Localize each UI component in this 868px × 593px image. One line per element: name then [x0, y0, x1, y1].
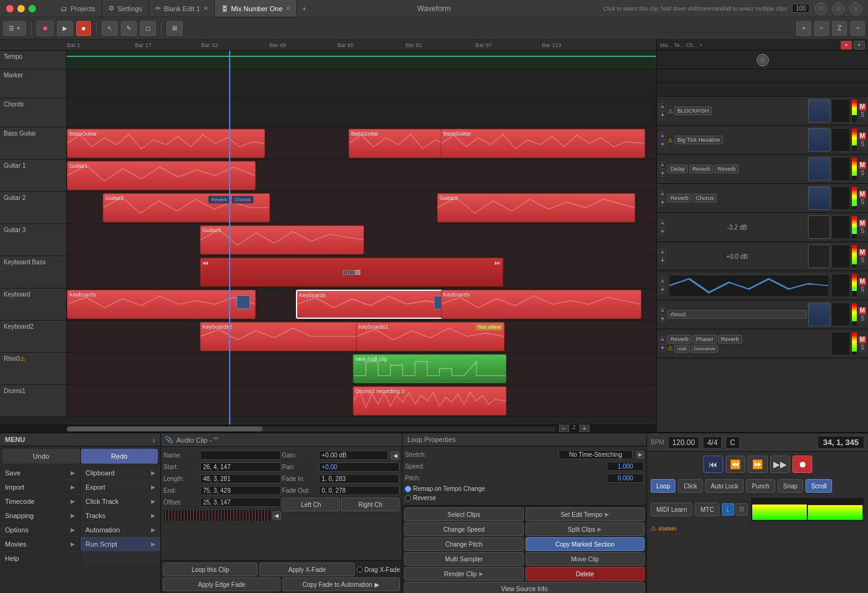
- plugin-reverb[interactable]: Reverb: [667, 335, 692, 344]
- fast-forward-button[interactable]: ⏩: [748, 456, 768, 473]
- scroll-option-button[interactable]: Scroll: [805, 479, 832, 493]
- clip-guitar2-1[interactable]: Guitar2 Reverb Chorus: [103, 193, 270, 222]
- sub-item-export[interactable]: Export ▶: [80, 480, 160, 495]
- solo-button[interactable]: S: [859, 111, 866, 119]
- sub-item-click-track[interactable]: Click Track ▶: [80, 495, 160, 509]
- reverse-radio[interactable]: [405, 495, 411, 501]
- menu-item-timecode[interactable]: Timecode ▶: [0, 495, 80, 509]
- tab-mix-number-one[interactable]: 🎛 Mix Number One ✕: [215, 0, 297, 17]
- clip-keyboard-3[interactable]: Keyboards: [441, 290, 641, 319]
- track-content-guitar1[interactable]: Guitar1: [67, 160, 656, 191]
- grid-button[interactable]: Z: [832, 21, 847, 36]
- clip-keyboard2-2[interactable]: Keyboards2 Tick offline: [356, 322, 505, 351]
- arm-button[interactable]: A: [659, 336, 666, 344]
- length-value[interactable]: 48, 3, 281: [200, 474, 281, 483]
- tracks-container[interactable]: Tempo Marker Chords: [0, 51, 656, 425]
- change-pitch-button[interactable]: Change Pitch: [404, 537, 524, 551]
- mute-button[interactable]: M: [859, 307, 866, 314]
- mute-button[interactable]: M: [859, 132, 866, 140]
- pan-value[interactable]: +0.00: [319, 462, 400, 472]
- zoom-in-button[interactable]: +: [796, 21, 811, 36]
- drag-xfade-radio[interactable]: [357, 566, 363, 573]
- tab-projects[interactable]: 🗂 Projects: [54, 0, 102, 17]
- tab-settings[interactable]: ⚙ Settings: [102, 0, 149, 17]
- plugin-reverb1[interactable]: Reverb: [689, 165, 713, 173]
- copy-marked-section-button[interactable]: Copy Marked Section: [526, 537, 645, 551]
- timeline-ruler[interactable]: Bar 1 Bar 17 Bar 33 Bar 49 Bar 65 Bar 81…: [0, 40, 656, 51]
- sub-item-run-script[interactable]: Run Script ▶: [80, 537, 160, 552]
- arm-button[interactable]: A: [659, 249, 666, 256]
- remap-radio[interactable]: [405, 486, 411, 492]
- track-content-drums1[interactable]: Drums1 recording 3: [67, 385, 656, 417]
- arm-button[interactable]: A: [659, 103, 666, 111]
- add-fx-button[interactable]: +: [659, 199, 666, 206]
- snap-button[interactable]: ⊞: [167, 21, 183, 36]
- scrollbar-track[interactable]: [67, 426, 556, 431]
- change-speed-button[interactable]: Change Speed: [404, 522, 524, 536]
- rewind-to-start-button[interactable]: ⏮: [703, 456, 723, 473]
- track-content-keyboard2[interactable]: Keyboards2 Keyboards2 Tick offline: [67, 321, 656, 352]
- track-content-chords[interactable]: [67, 98, 656, 127]
- track-content-bass-guitar[interactable]: BassGuitar BassGuitar BassGuitar: [67, 128, 656, 159]
- add-fx-button[interactable]: +: [659, 257, 666, 264]
- clip-drums1-1[interactable]: Drums1 recording 3: [353, 386, 506, 415]
- arm-button[interactable]: A: [659, 132, 666, 140]
- clip-keyboard-bass-1[interactable]: ⏮ ⏭: [200, 258, 503, 287]
- add-track-button[interactable]: ☰ +: [3, 21, 26, 36]
- tool-pencil[interactable]: ✎: [121, 21, 137, 36]
- minimize-button[interactable]: [17, 5, 25, 12]
- zoom-out-button[interactable]: −: [814, 21, 829, 36]
- solo-button[interactable]: S: [859, 257, 866, 264]
- r-meter-button[interactable]: R: [736, 503, 748, 516]
- fader[interactable]: [831, 186, 850, 210]
- menu-item-save[interactable]: Save ▶: [0, 466, 80, 480]
- midi-learn-button[interactable]: MIDI Learn: [651, 503, 692, 516]
- track-content-tempo[interactable]: [67, 51, 656, 69]
- empty-track-area[interactable]: [0, 417, 656, 425]
- wave-button[interactable]: ~: [850, 21, 865, 36]
- undo-button[interactable]: Undo: [2, 449, 80, 464]
- split-clips-button[interactable]: Split Clips ▶: [526, 522, 645, 536]
- plugin-chorus[interactable]: Chorus: [693, 194, 717, 202]
- name-input[interactable]: [200, 451, 281, 460]
- delete-button[interactable]: Delete: [526, 567, 645, 581]
- record-button[interactable]: ⏺: [37, 21, 54, 36]
- plugin-reverb[interactable]: Reverb: [667, 194, 692, 202]
- clip-rhin0-1[interactable]: new midi clip: [353, 354, 506, 383]
- menu-item-movies[interactable]: Movies ▶: [0, 537, 80, 552]
- clip-keyboard2-1[interactable]: Keyboards2: [200, 322, 358, 351]
- set-edit-tempo-button[interactable]: Set Edit Tempo ▶: [526, 508, 645, 521]
- solo-button[interactable]: S: [859, 315, 866, 322]
- speed-value[interactable]: 1.000: [607, 462, 644, 471]
- mute-button[interactable]: M: [859, 336, 866, 344]
- clip-guitar1-1[interactable]: Guitar1: [67, 161, 256, 190]
- track-content-rhin0[interactable]: new midi clip: [67, 353, 656, 384]
- mute-button[interactable]: M: [859, 162, 866, 169]
- add-fx-button[interactable]: +: [659, 111, 666, 119]
- play-transport-button[interactable]: ▶▶: [770, 456, 790, 473]
- bpm-display[interactable]: 120.00: [668, 436, 700, 449]
- plugin-bth[interactable]: Big Tick Hexaline: [674, 136, 723, 144]
- left-ch-button[interactable]: Left Ch: [282, 498, 341, 511]
- add-fx-button[interactable]: +: [659, 170, 666, 177]
- clip-bass-guitar-3[interactable]: BassGuitar: [441, 129, 645, 158]
- scrollbar-thumb[interactable]: [67, 426, 263, 431]
- record-transport-button[interactable]: ⏺: [792, 456, 812, 473]
- add-tab-button[interactable]: +: [297, 5, 311, 12]
- time-sig-display[interactable]: 4/4: [703, 436, 722, 449]
- arm-button[interactable]: A: [659, 191, 666, 198]
- l-meter-button[interactable]: L: [722, 503, 734, 516]
- pan-knob[interactable]: [832, 2, 844, 15]
- mute-button[interactable]: M: [859, 191, 866, 198]
- mute-button[interactable]: M: [859, 220, 866, 227]
- offset-value[interactable]: 25, 3, 147: [200, 498, 281, 507]
- gain-dec-btn[interactable]: ◀: [391, 451, 399, 460]
- add-fx-button[interactable]: +: [659, 315, 666, 322]
- stretch-value[interactable]: No Time-Stretching: [558, 450, 633, 459]
- fader[interactable]: [831, 157, 850, 181]
- redo-button[interactable]: Redo: [81, 449, 158, 464]
- fader[interactable]: [831, 245, 850, 268]
- tab-mix-close[interactable]: ✕: [285, 5, 290, 12]
- tab-blank-edit[interactable]: ✏ Blank Edit 1 ✕: [149, 0, 215, 17]
- punch-option-button[interactable]: Punch: [746, 479, 775, 493]
